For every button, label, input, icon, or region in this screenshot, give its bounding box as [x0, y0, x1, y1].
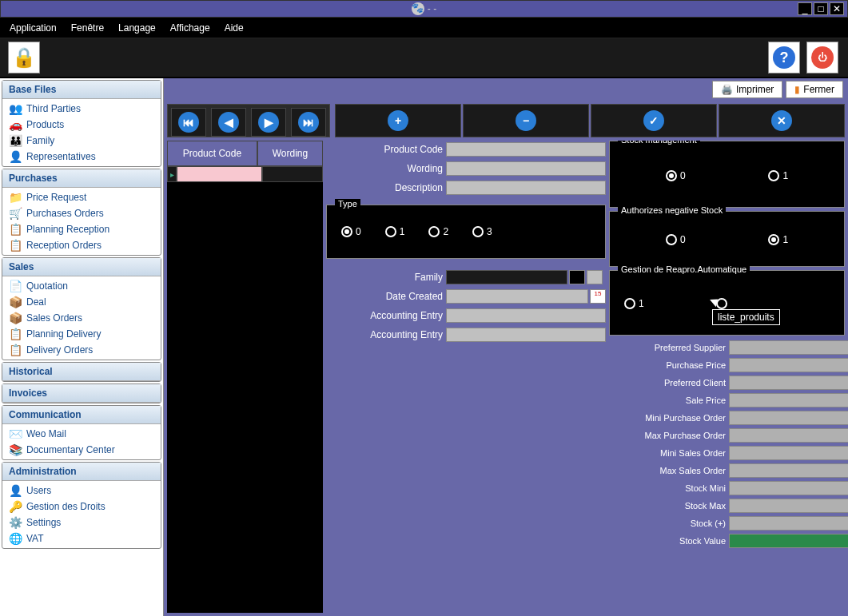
people-icon: 👥: [9, 102, 22, 115]
section-communication[interactable]: Communication: [2, 406, 161, 424]
input-product-code[interactable]: [446, 142, 606, 157]
section-administration[interactable]: Administration: [2, 463, 161, 481]
cart-icon: 🛒: [9, 207, 22, 220]
input-accounting-entry-2[interactable]: [446, 328, 606, 342]
input-stock-value[interactable]: [729, 534, 848, 548]
help-button[interactable]: ?: [768, 42, 800, 74]
menu-application[interactable]: Application: [10, 22, 57, 34]
sidebar-item-representatives[interactable]: 👤Representatives: [2, 149, 161, 165]
nav-prev-button[interactable]: ◀: [211, 108, 246, 137]
sidebar-item-deal[interactable]: 📦Deal: [2, 294, 161, 310]
sidebar-item-price-request[interactable]: 📁Price Request: [2, 189, 161, 205]
app-icon: 🐾: [412, 2, 424, 15]
col-product-code[interactable]: Product Code: [167, 141, 257, 166]
input-description[interactable]: [446, 181, 606, 195]
input-purchase-price[interactable]: [729, 358, 848, 372]
sidebar-item-users[interactable]: 👤Users: [2, 483, 161, 499]
input-sale-price[interactable]: [729, 393, 848, 407]
sidebar-item-reception-orders[interactable]: 📋Reception Orders: [2, 237, 161, 253]
sidebar-item-documentary-center[interactable]: 📚Documentary Center: [2, 442, 161, 458]
add-button[interactable]: +: [335, 104, 461, 137]
sidebar-item-planning-reception[interactable]: 📋Planning Reception: [2, 221, 161, 237]
legend-stock-management: Stock management: [618, 141, 700, 145]
section-invoices[interactable]: Invoices: [2, 384, 161, 403]
input-date-created[interactable]: [446, 289, 588, 304]
section-purchases[interactable]: Purchases: [2, 169, 161, 188]
gear-icon: ⚙️: [9, 516, 22, 529]
radio-stock-1[interactable]: 1: [768, 170, 788, 181]
close-window-button[interactable]: ✕: [830, 2, 844, 15]
input-max-sales[interactable]: [729, 463, 848, 478]
section-base-files[interactable]: Base Files: [2, 81, 161, 99]
box-icon: 📦: [9, 312, 22, 324]
key-icon: 🔑: [9, 500, 22, 513]
input-mini-purchase[interactable]: [729, 411, 848, 425]
label-accounting-entry-1: Accounting Entry: [326, 310, 446, 321]
family-picker-btn1[interactable]: [569, 270, 585, 284]
lock-button[interactable]: 🔒: [8, 42, 40, 74]
door-icon: ▮: [794, 84, 800, 95]
input-max-purchase[interactable]: [729, 428, 848, 443]
input-stock-max[interactable]: [729, 499, 848, 513]
sidebar-item-quotation[interactable]: 📄Quotation: [2, 278, 161, 294]
prev-icon: ◀: [218, 112, 239, 133]
input-stock-mini[interactable]: [729, 481, 848, 495]
sidebar-item-planning-delivery[interactable]: 📋Planning Delivery: [2, 326, 161, 342]
input-accounting-entry-1[interactable]: [446, 308, 606, 323]
help-icon: ?: [773, 46, 795, 69]
sidebar-item-purchases-orders[interactable]: 🛒Purchases Orders: [2, 205, 161, 221]
radio-type-2[interactable]: 2: [428, 226, 448, 237]
nav-last-button[interactable]: ⏭: [291, 108, 326, 137]
menu-aide[interactable]: Aide: [225, 22, 244, 34]
sidebar-item-delivery-orders[interactable]: 📋Delivery Orders: [2, 342, 161, 358]
input-wording[interactable]: [446, 161, 606, 176]
maximize-button[interactable]: □: [814, 2, 828, 15]
input-family[interactable]: [446, 270, 567, 284]
sidebar-item-vat[interactable]: 🌐VAT: [2, 531, 161, 546]
radio-reapro-1[interactable]: 1: [624, 298, 644, 309]
product-table: Product Code Wording ▸: [167, 141, 323, 613]
nav-next-button[interactable]: ▶: [251, 108, 286, 137]
cell-wording[interactable]: [262, 166, 323, 182]
print-button[interactable]: 🖨️Imprimer: [712, 81, 782, 98]
radio-type-0[interactable]: 0: [341, 226, 361, 237]
label-description: Description: [326, 182, 446, 193]
sidebar-item-gestion-droits[interactable]: 🔑Gestion des Droits: [2, 499, 161, 515]
family-picker-btn2[interactable]: [587, 270, 603, 284]
close-button[interactable]: ▮Fermer: [786, 81, 843, 98]
radio-type-3[interactable]: 3: [472, 226, 492, 237]
col-wording[interactable]: Wording: [257, 141, 323, 166]
mail-icon: ✉️: [9, 427, 22, 440]
sidebar-item-family[interactable]: 👪Family: [2, 133, 161, 149]
radio-stock-0[interactable]: 0: [666, 170, 686, 181]
sidebar-item-settings[interactable]: ⚙️Settings: [2, 515, 161, 531]
table-row[interactable]: ▸: [167, 166, 323, 182]
radio-type-1[interactable]: 1: [385, 226, 405, 237]
confirm-button[interactable]: ✓: [591, 104, 717, 137]
input-pref-supplier[interactable]: [729, 340, 848, 355]
input-stock-plus[interactable]: [729, 516, 848, 531]
menu-fenetre[interactable]: Fenêtre: [71, 22, 104, 34]
sidebar-item-weo-mail[interactable]: ✉️Weo Mail: [2, 426, 161, 442]
nav-first-button[interactable]: ⏮: [171, 108, 206, 137]
sidebar-item-third-parties[interactable]: 👥Third Parties: [2, 101, 161, 117]
calendar-button[interactable]: 15: [590, 289, 606, 304]
radio-neg-0[interactable]: 0: [666, 234, 686, 245]
minimize-button[interactable]: _: [798, 2, 812, 15]
input-mini-sales[interactable]: [729, 446, 848, 460]
section-historical[interactable]: Historical: [2, 363, 161, 381]
cancel-button[interactable]: ✕: [719, 104, 845, 137]
sidebar-item-sales-orders[interactable]: 📦Sales Orders: [2, 310, 161, 326]
fieldset-type: Type 0 1 2 3: [326, 205, 606, 259]
toolbar: 🔒 ? ⏻: [0, 38, 848, 78]
section-sales[interactable]: Sales: [2, 258, 161, 276]
input-pref-client[interactable]: [729, 376, 848, 390]
menu-langage[interactable]: Langage: [118, 22, 156, 34]
power-button[interactable]: ⏻: [806, 42, 838, 74]
menu-affichage[interactable]: Affichage: [170, 22, 210, 34]
cell-product-code[interactable]: [177, 166, 262, 182]
content-area: 🖨️Imprimer ▮Fermer ⏮ ◀ ▶ ⏭ + − ✓ ✕ Produ…: [164, 78, 848, 616]
remove-button[interactable]: −: [463, 104, 589, 137]
sidebar-item-products[interactable]: 🚗Products: [2, 117, 161, 133]
radio-neg-1[interactable]: 1: [768, 234, 788, 245]
